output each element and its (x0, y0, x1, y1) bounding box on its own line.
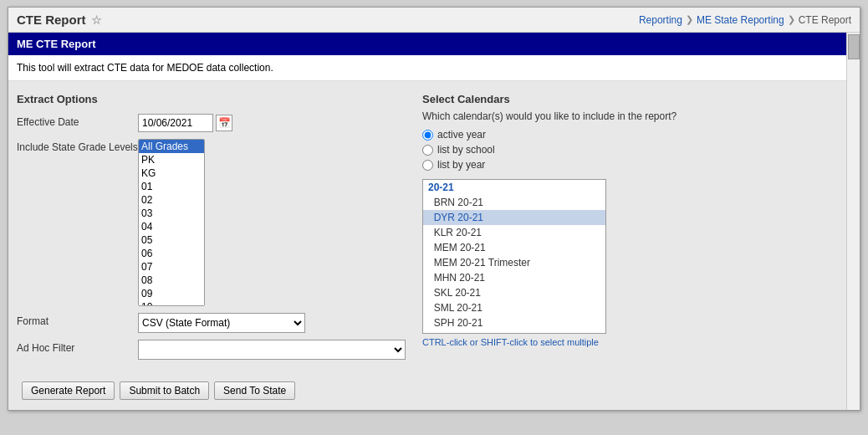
format-control: CSV (State Format) XML Tab Delimited (138, 313, 406, 333)
calendar-list[interactable]: 20-21 BRN 20-21 DYR 20-21 KLR 20-21 MEM … (422, 179, 606, 334)
radio-list-by-school-input[interactable] (422, 145, 433, 156)
adhoc-select[interactable] (138, 340, 406, 360)
submit-to-batch-button[interactable]: Submit to Batch (120, 381, 209, 400)
grade-levels-label: Include State Grade Levels (17, 139, 138, 153)
radio-active-year[interactable]: active year (422, 129, 838, 141)
breadcrumb-reporting[interactable]: Reporting (639, 14, 682, 26)
cal-group-2021[interactable]: 20-21 (423, 180, 605, 195)
cal-dyr-2021[interactable]: DYR 20-21 (423, 210, 605, 225)
main-content: ME CTE Report This tool will extract CTE… (8, 33, 846, 410)
title-bar: CTE Report ☆ Reporting ❯ ME State Report… (8, 8, 860, 33)
effective-date-control: 📅 (138, 114, 406, 132)
section-header-text: ME CTE Report (17, 38, 96, 50)
cal-sml-2021[interactable]: SML 20-21 (423, 300, 605, 315)
cal-mem-trim-2021[interactable]: MEM 20-21 Trimester (423, 255, 605, 270)
calendar-heading: Select Calendars (422, 93, 838, 105)
breadcrumb-sep-1: ❯ (686, 14, 693, 25)
effective-date-label: Effective Date (17, 114, 138, 128)
main-frame: CTE Report ☆ Reporting ❯ ME State Report… (8, 7, 860, 411)
format-row: Format CSV (State Format) XML Tab Delimi… (17, 313, 406, 333)
calendar-hint: CTRL-click or SHIFT-click to select mult… (422, 337, 838, 347)
radio-list-by-school[interactable]: list by school (422, 144, 838, 156)
generate-report-button[interactable]: Generate Report (22, 381, 115, 400)
cal-brn-2021[interactable]: BRN 20-21 (423, 195, 605, 210)
cal-sph-2021[interactable]: SPH 20-21 (423, 315, 605, 330)
scrollbar[interactable] (846, 33, 860, 410)
description-text: This tool will extract CTE data for MEDO… (17, 62, 273, 74)
content-area: ME CTE Report This tool will extract CTE… (8, 33, 860, 410)
calendar-section: Select Calendars Which calendar(s) would… (422, 93, 838, 366)
adhoc-control (138, 340, 406, 360)
adhoc-row: Ad Hoc Filter (17, 340, 406, 360)
grade-levels-select[interactable]: All Grades PK KG 01 02 03 04 05 06 07 08 (138, 139, 205, 306)
grade-levels-row: Include State Grade Levels All Grades PK… (17, 139, 406, 306)
form-area: Extract Options Effective Date 📅 Include… (8, 81, 846, 375)
breadcrumb-current: CTE Report (799, 14, 851, 26)
scrollbar-thumb[interactable] (848, 34, 860, 59)
section-description: This tool will extract CTE data for MEDO… (8, 55, 846, 81)
page-title-group: CTE Report ☆ (17, 13, 102, 27)
extract-options-heading: Extract Options (17, 93, 406, 105)
effective-date-row: Effective Date 📅 (17, 114, 406, 132)
radio-group: active year list by school list by year (422, 129, 838, 171)
radio-list-by-school-label: list by school (437, 144, 495, 156)
favorite-icon[interactable]: ☆ (91, 13, 102, 27)
format-label: Format (17, 313, 138, 327)
radio-active-year-label: active year (437, 129, 486, 141)
extract-options-panel: Extract Options Effective Date 📅 Include… (17, 93, 406, 366)
radio-list-by-year[interactable]: list by year (422, 159, 838, 171)
cal-klr-2021[interactable]: KLR 20-21 (423, 225, 605, 240)
calendar-prompt: Which calendar(s) would you like to incl… (422, 110, 838, 122)
radio-list-by-year-input[interactable] (422, 160, 433, 171)
cal-skl-2021[interactable]: SKL 20-21 (423, 285, 605, 300)
radio-active-year-input[interactable] (422, 130, 433, 141)
send-to-state-button[interactable]: Send To State (214, 381, 295, 400)
effective-date-input[interactable] (138, 114, 213, 132)
breadcrumb-sep-2: ❯ (788, 14, 795, 25)
breadcrumb: Reporting ❯ ME State Reporting ❯ CTE Rep… (639, 14, 851, 26)
cal-mem-2021[interactable]: MEM 20-21 (423, 240, 605, 255)
buttons-row: Generate Report Submit to Batch Send To … (8, 375, 846, 410)
radio-list-by-year-label: list by year (437, 159, 485, 171)
cal-mhn-2021[interactable]: MHN 20-21 (423, 270, 605, 285)
section-header: ME CTE Report (8, 33, 846, 55)
page-title: CTE Report (17, 13, 86, 27)
format-select[interactable]: CSV (State Format) XML Tab Delimited (138, 313, 305, 333)
calendar-icon[interactable]: 📅 (216, 115, 232, 131)
grade-levels-control: All Grades PK KG 01 02 03 04 05 06 07 08 (138, 139, 406, 306)
adhoc-label: Ad Hoc Filter (17, 340, 138, 354)
breadcrumb-me-state[interactable]: ME State Reporting (697, 14, 784, 26)
